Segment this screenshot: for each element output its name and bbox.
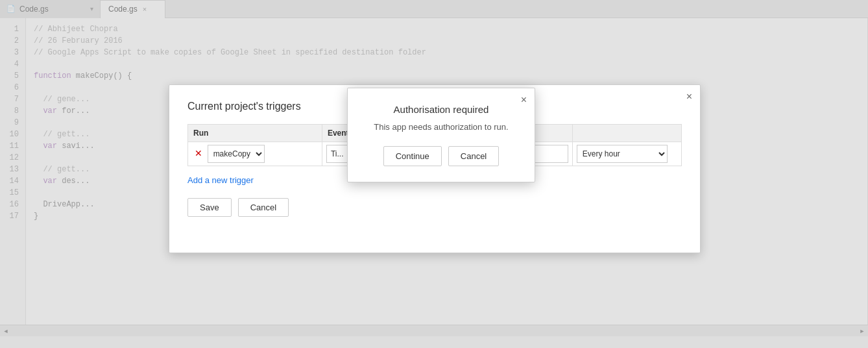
auth-continue-button[interactable]: Continue xyxy=(383,146,442,166)
trigger-time-select[interactable]: Every hour Every 5 minutes Every 15 minu… xyxy=(577,145,668,163)
triggers-save-button[interactable]: Save xyxy=(187,198,232,217)
col-header-time xyxy=(572,125,681,142)
auth-dialog-buttons: Continue Cancel xyxy=(366,146,516,166)
col-header-run: Run xyxy=(188,125,322,142)
add-trigger-link[interactable]: Add a new trigger xyxy=(187,175,254,185)
auth-dialog-title: Authorisation required xyxy=(366,104,516,115)
overlay: × Current project's triggers Run Events … xyxy=(0,0,868,348)
trigger-function-select[interactable]: makeCopy xyxy=(208,145,265,163)
auth-dialog: × Authorisation required This app needs … xyxy=(347,88,535,182)
trigger-remove-cell: ✕ makeCopy xyxy=(188,142,322,166)
trigger-time-cell: Every hour Every 5 minutes Every 15 minu… xyxy=(572,142,681,166)
triggers-cancel-button[interactable]: Cancel xyxy=(238,198,289,217)
auth-dialog-message: This app needs authorization to run. xyxy=(366,121,516,133)
trigger-remove-button[interactable]: ✕ xyxy=(192,148,205,158)
triggers-dialog-footer: Save Cancel xyxy=(187,198,682,217)
triggers-dialog-close[interactable]: × xyxy=(686,92,692,102)
auth-cancel-button[interactable]: Cancel xyxy=(448,146,499,166)
auth-dialog-close[interactable]: × xyxy=(521,95,527,105)
